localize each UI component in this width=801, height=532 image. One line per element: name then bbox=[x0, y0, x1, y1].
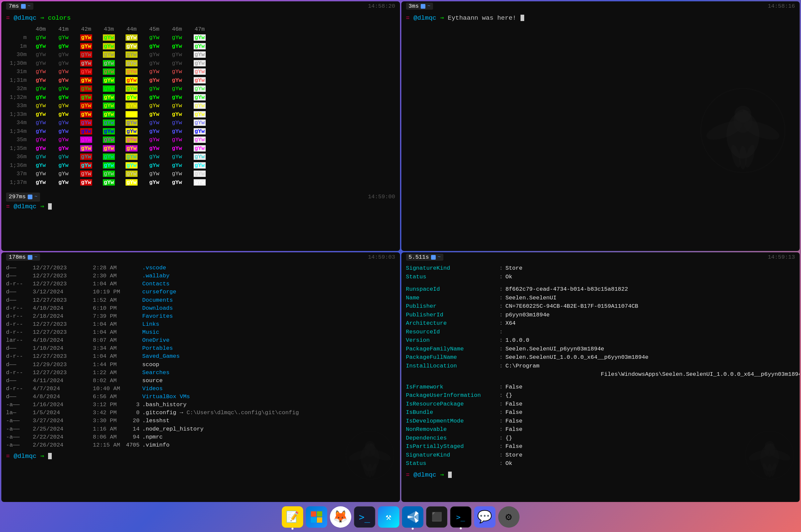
file-row: d——1/10/20243:34 AMPortables bbox=[6, 344, 395, 353]
file-row: d-r--12/27/20231:22 AMSearches bbox=[6, 369, 395, 377]
terminal-3[interactable]: 178ms ~ 14:59:03 bbox=[1, 252, 400, 502]
color-table-header: 40m 41m 42m 43m 44m 45m 46m 47m bbox=[6, 25, 395, 34]
pkg-row: PublisherId:p6yyn03m1894e bbox=[406, 311, 795, 319]
taskbar-xcode-icon[interactable]: ⚒ bbox=[378, 506, 399, 528]
terminal-4-elapsed: 5.511s bbox=[409, 254, 429, 260]
terminal-1[interactable]: 7ms ~ 14:58:20 = @dlmqc ⇒ colors 40m 41m bbox=[1, 1, 400, 251]
color-row-1-31m: 1;31m gYw gYw gYw gYw gYw gYw gYw gYw bbox=[6, 76, 395, 85]
terminal-1-time-elapsed: 7ms bbox=[9, 3, 19, 10]
terminal-1-prompt2: = @dlmqc ⇒ bbox=[6, 202, 395, 212]
color-row-1-33m: 1;33m gYw gYw gYw gYw gYw gYw gYw gYw bbox=[6, 110, 395, 119]
pkg-row: NonRemovable:False bbox=[406, 425, 795, 434]
terminal-4-content: SignatureKind:Store Status:Ok RunspaceId… bbox=[401, 261, 800, 502]
svg-point-15 bbox=[368, 464, 372, 477]
file-row: -a——2/22/20248:06 AM94.npmrc bbox=[6, 433, 395, 441]
file-row: lar--4/10/20248:07 AMOneDrive bbox=[6, 337, 395, 344]
pkg-row: ResourceId: bbox=[406, 328, 795, 337]
color-row-1-34m: 1;34m gYw gYw gYw gYw gYw gYw gYw gYw bbox=[6, 127, 395, 136]
terminal-4-prompt: = @dlmqc ⇒ bbox=[406, 471, 795, 480]
terminal-3-cursor bbox=[48, 453, 52, 459]
terminal-1-content: = @dlmqc ⇒ colors 40m 41m 42m 43m 44m 45… bbox=[1, 10, 400, 251]
color-row-35m: 35m gYw gYw gYw gYw gYw gYw gYw gYw bbox=[6, 135, 395, 144]
seelen-watermark-3 bbox=[343, 429, 397, 482]
terminal-1-dot bbox=[21, 4, 26, 9]
svg-point-5 bbox=[739, 146, 747, 169]
file-row: d-r--2/18/20247:39 PMFavorites bbox=[6, 312, 395, 320]
terminal-2-clock: 14:58:16 bbox=[768, 3, 795, 10]
terminal-3-bottom-area: = @dlmqc ⇒ bbox=[6, 452, 395, 461]
color-row-33m: 33m gYw gYw gYw gYw gYw gYw gYw gYw bbox=[6, 101, 395, 110]
taskbar-notes-icon[interactable]: 📝 bbox=[282, 506, 303, 528]
file-row: d——12/27/20232:28 AM.vscode bbox=[6, 264, 395, 272]
pkg-row-architecture: Architecture:X64 bbox=[406, 319, 795, 328]
pkg-row: IsPartiallyStaged:False bbox=[406, 442, 795, 451]
pkg-row: InstallLocation : C:\Program Files\Windo… bbox=[406, 362, 795, 379]
taskbar-vscode-dot bbox=[412, 528, 414, 530]
pkg-row: IsFramework:False bbox=[406, 383, 795, 392]
taskbar-terminal-icon[interactable]: >_ bbox=[354, 506, 375, 528]
terminal-2[interactable]: 3ms ~ 14:58:16 = @dlmqc ⇒ Eythaann was h… bbox=[401, 1, 800, 251]
svg-rect-32 bbox=[311, 517, 316, 522]
pkg-row: RunspaceId:8f662c79-cead-4734-b014-b83c1… bbox=[406, 285, 795, 294]
taskbar-store-icon[interactable] bbox=[306, 506, 327, 528]
package-info: SignatureKind:Store Status:Ok RunspaceId… bbox=[406, 264, 795, 468]
svg-rect-30 bbox=[311, 511, 316, 517]
pkg-row: Dependencies:{} bbox=[406, 434, 795, 442]
taskbar: 📝 🦊 >_ ⚒ ⬛ >_ 💬 bbox=[0, 502, 801, 532]
terminal-3-clock: 14:59:03 bbox=[368, 254, 395, 260]
taskbar-topnotch-icon[interactable]: ⬛ bbox=[426, 506, 447, 528]
color-row-31m: 31m gYw gYw gYw gYw gYw gYw gYw gYw bbox=[6, 68, 395, 76]
taskbar-discord-icon[interactable]: 💬 bbox=[474, 506, 496, 528]
taskbar-settings-icon[interactable]: ⚙️ bbox=[498, 506, 520, 528]
terminal-2-content: = @dlmqc ⇒ Eythaann was here! bbox=[401, 10, 800, 251]
file-list: d——12/27/20232:28 AM.vscode d——12/27/202… bbox=[6, 264, 395, 449]
taskbar-term2-icon[interactable]: >_ bbox=[450, 506, 471, 528]
terminal-3-badge: 178ms ~ bbox=[6, 254, 40, 261]
terminal-2-header: 3ms ~ 14:58:16 bbox=[401, 1, 800, 10]
file-row: d——12/29/20231:44 PMscoop bbox=[6, 361, 395, 369]
pkg-row: Version:1.0.0.0 bbox=[406, 336, 795, 345]
pkg-row: Name:Seelen.SeelenUI bbox=[406, 294, 795, 302]
pkg-row: IsResourcePackage:False bbox=[406, 400, 795, 408]
svg-point-25 bbox=[768, 464, 772, 477]
color-row-1-32m: 1;32m gYw gYw gYw gYw gYw gYw gYw gYw bbox=[6, 93, 395, 102]
terminal-2-cursor bbox=[521, 15, 524, 21]
terminal-4[interactable]: 5.511s ~ 14:59:13 bbox=[401, 252, 800, 502]
terminal-4-cursor bbox=[448, 472, 452, 478]
file-row: d——4/8/20246:56 AMVirtualBox VMs bbox=[6, 393, 395, 401]
file-row: d——12/27/20232:30 AM.wallaby bbox=[6, 272, 395, 280]
color-row-1-36m: 1;36m gYw gYw gYw gYw gYw gYw gYw gYw bbox=[6, 161, 395, 170]
color-row-m: m gYw gYw gYw gYw gYw gYw gYw gYw bbox=[6, 33, 395, 42]
terminal-1-header: 7ms ~ 14:58:20 bbox=[1, 1, 400, 10]
terminal-1-dot2 bbox=[28, 194, 32, 199]
file-row: d-r--12/27/20231:04 AMMusic bbox=[6, 328, 395, 337]
color-table: 40m 41m 42m 43m 44m 45m 46m 47m m gYw gY… bbox=[6, 25, 395, 187]
taskbar-term2-dot bbox=[460, 527, 462, 529]
terminal-4-bottom-area: = @dlmqc ⇒ bbox=[406, 471, 795, 480]
terminal-1-tilde: ~ bbox=[28, 3, 31, 9]
color-row-30m: 30m gYw gYw gYw gYw gYw gYw gYw gYw bbox=[6, 51, 395, 59]
pkg-row: Status:Ok bbox=[406, 459, 795, 468]
taskbar-notes-dot bbox=[292, 528, 294, 530]
terminal-3-prompt: = @dlmqc ⇒ bbox=[6, 452, 395, 461]
terminal-1-clock: 14:58:20 bbox=[368, 3, 395, 10]
file-row: -a——2/25/20241:16 AM14.node_repl_history bbox=[6, 425, 395, 433]
file-row: d——4/11/20248:02 AMsource bbox=[6, 377, 395, 385]
pkg-row: IsDevelopmentMode:False bbox=[406, 417, 795, 425]
color-row-1m: 1m gYw gYw gYw gYw gYw gYw gYw gYw bbox=[6, 42, 395, 51]
color-row-34m: 34m gYw gYw gYw gYw gYw gYw gYw gYw bbox=[6, 118, 395, 127]
pkg-row: PackageFamilyName:Seelen.SeelenUI_p6yyn0… bbox=[406, 345, 795, 354]
pkg-row: SignatureKind:Store bbox=[406, 451, 795, 460]
file-row: d——3/12/202410:19 PMcurseforge bbox=[6, 288, 395, 296]
terminal-2-dot bbox=[421, 4, 425, 9]
taskbar-vscode-icon[interactable] bbox=[402, 506, 423, 528]
pkg-row: PackageFullName:Seelen.SeelenUI_1.0.0.0_… bbox=[406, 353, 795, 362]
file-row: -a——1/16/20243:12 PM3.bash_history bbox=[6, 401, 395, 409]
pkg-spacer bbox=[406, 281, 795, 285]
color-row-1-35m: 1;35m gYw gYw gYw gYw gYw gYw gYw gYw bbox=[6, 144, 395, 153]
svg-rect-33 bbox=[317, 517, 322, 522]
terminal-3-header: 178ms ~ 14:59:03 bbox=[1, 252, 400, 261]
file-row: d-r--12/27/20231:04 AMSaved_Games bbox=[6, 353, 395, 360]
taskbar-firefox-icon[interactable]: 🦊 bbox=[330, 506, 351, 528]
terminal-1-bottom-header: 297ms ~ 14:59:00 bbox=[6, 193, 395, 202]
